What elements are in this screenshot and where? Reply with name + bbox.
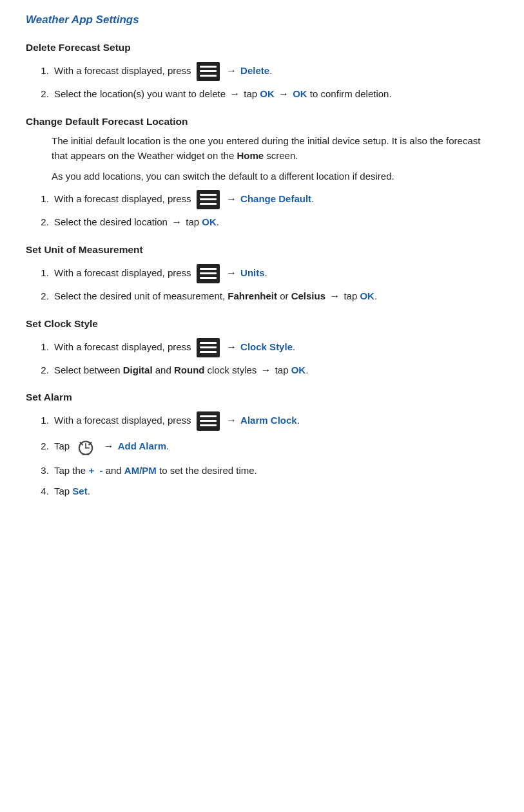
page-title: Weather App Settings [26, 12, 498, 28]
bold-home: Home [237, 150, 264, 161]
menu-icon [197, 190, 220, 209]
link-ok: OK [360, 290, 374, 301]
list-item: Select between Digital and Round clock s… [52, 363, 498, 379]
link-set: Set [72, 486, 87, 496]
menu-icon [197, 338, 220, 357]
arrow-icon: → [229, 86, 240, 102]
bold-round: Round [174, 364, 204, 375]
link-ok: OK [293, 88, 307, 99]
delete-steps: With a forecast displayed, press → Delet… [52, 62, 498, 102]
list-item: With a forecast displayed, press → Alarm… [52, 411, 498, 431]
arrow-icon: → [226, 63, 237, 79]
section-change-default: Change Default Forecast Location The ini… [26, 114, 498, 231]
arrow-icon: → [171, 214, 182, 231]
list-item: Tap the + - and AM/PM to set the desired… [52, 463, 498, 478]
list-item: With a forecast displayed, press → Units… [52, 264, 498, 283]
list-item: With a forecast displayed, press → Delet… [52, 62, 498, 81]
section-heading-delete: Delete Forecast Setup [26, 40, 498, 55]
link-ok: OK [202, 216, 217, 227]
link-delete: Delete [240, 65, 269, 76]
section-heading-change-default: Change Default Forecast Location [26, 114, 498, 129]
clock-style-steps: With a forecast displayed, press → Clock… [52, 338, 498, 379]
list-item: Tap → Add Alarm. [52, 436, 498, 458]
link-add-alarm: Add Alarm [118, 440, 166, 451]
para-change-default-1: The initial default location is the one … [52, 133, 498, 164]
list-item: Select the location(s) you want to delet… [52, 86, 498, 102]
alarm-steps: With a forecast displayed, press → Alarm… [52, 411, 498, 498]
section-heading-alarm: Set Alarm [26, 390, 498, 405]
list-item: With a forecast displayed, press → Clock… [52, 338, 498, 357]
arrow-icon: → [278, 86, 289, 102]
alarm-clock-icon [75, 436, 97, 458]
link-change-default: Change Default [240, 193, 311, 204]
menu-icon [197, 264, 220, 283]
bold-celsius: Celsius [291, 290, 325, 301]
section-heading-units: Set Unit of Measurement [26, 242, 498, 258]
link-ok: OK [291, 364, 306, 375]
link-clock-style: Clock Style [240, 341, 293, 352]
menu-icon [197, 62, 220, 81]
list-item: Tap Set. [52, 484, 498, 498]
arrow-icon: → [104, 439, 114, 455]
section-alarm: Set Alarm With a forecast displayed, pre… [26, 390, 498, 498]
arrow-icon: → [226, 339, 237, 355]
arrow-icon: → [226, 413, 237, 429]
page-container: Weather App Settings Delete Forecast Set… [26, 12, 498, 498]
list-item: Select the desired location → tap OK. [52, 214, 498, 231]
list-item: Select the desired unit of measurement, … [52, 288, 498, 305]
list-item: With a forecast displayed, press → Chang… [52, 190, 498, 209]
bold-fahrenheit: Fahrenheit [228, 290, 277, 301]
arrow-icon: → [329, 288, 340, 305]
link-ok: OK [260, 88, 275, 99]
section-delete: Delete Forecast Setup With a forecast di… [26, 40, 498, 102]
section-units: Set Unit of Measurement With a forecast … [26, 242, 498, 305]
arrow-icon: → [226, 191, 237, 207]
link-units: Units [240, 267, 265, 278]
section-clock-style: Set Clock Style With a forecast displaye… [26, 316, 498, 379]
units-steps: With a forecast displayed, press → Units… [52, 264, 498, 305]
bold-digital: Digital [123, 364, 153, 375]
link-alarm-clock: Alarm Clock [240, 415, 297, 426]
menu-icon [197, 411, 220, 431]
para-change-default-2: As you add locations, you can switch the… [52, 169, 498, 184]
link-plus-minus: + - [88, 465, 102, 476]
link-ampm: AM/PM [124, 465, 157, 476]
arrow-icon: → [260, 363, 271, 379]
arrow-icon: → [226, 265, 237, 281]
section-heading-clock-style: Set Clock Style [26, 316, 498, 332]
change-default-steps: With a forecast displayed, press → Chang… [52, 190, 498, 231]
